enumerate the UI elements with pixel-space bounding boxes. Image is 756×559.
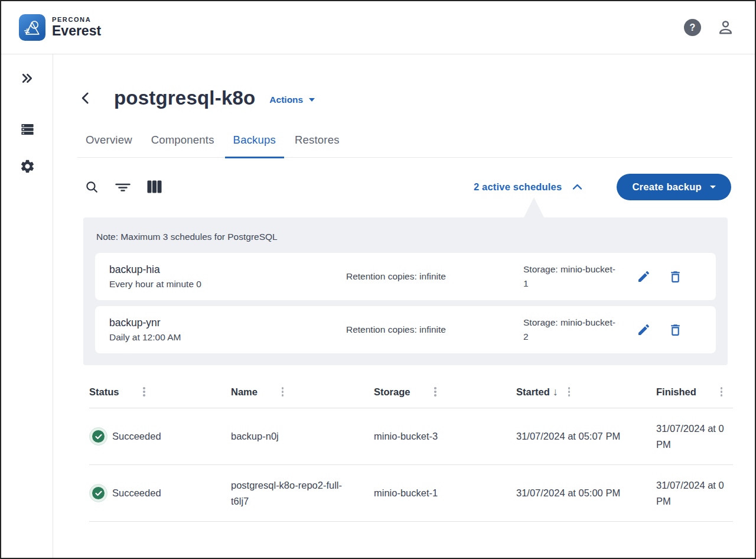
detail-tabs: Overview Components Backups Restores bbox=[77, 134, 732, 158]
backup-finished: 31/07/2024 at 0 PM bbox=[656, 477, 733, 509]
backup-storage: minio-bucket-1 bbox=[374, 485, 516, 501]
tab-backups[interactable]: Backups bbox=[225, 134, 284, 158]
table-header-row: Status Name Storage Started ↓ bbox=[89, 376, 733, 408]
filter-icon[interactable] bbox=[115, 180, 131, 193]
table-row[interactable]: Succeeded postgresql-k8o-repo2-full-t6lj… bbox=[89, 465, 733, 522]
panel-pointer bbox=[524, 197, 544, 217]
create-backup-label: Create backup bbox=[632, 181, 702, 193]
account-icon[interactable] bbox=[716, 18, 735, 37]
backup-name: postgresql-k8o-repo2-full-t6lj7 bbox=[231, 477, 352, 509]
schedule-storage: Storage: minio-bucket-2 bbox=[523, 316, 618, 344]
edit-schedule-icon[interactable] bbox=[637, 269, 651, 284]
actions-dropdown[interactable]: Actions bbox=[269, 95, 315, 105]
chevron-up-icon bbox=[572, 184, 582, 190]
schedule-cadence: Daily at 12:00 AM bbox=[109, 331, 346, 344]
backups-table: Status Name Storage Started ↓ bbox=[89, 376, 733, 522]
schedule-retention: Retention copies: infinite bbox=[346, 269, 523, 284]
column-menu-icon[interactable] bbox=[280, 385, 286, 398]
help-glyph: ? bbox=[690, 22, 696, 33]
sidebar-item-databases[interactable] bbox=[1, 121, 53, 137]
schedule-cadence: Every hour at minute 0 bbox=[109, 278, 346, 291]
actions-label: Actions bbox=[269, 95, 303, 105]
schedule-name: backup-ynr bbox=[109, 316, 346, 330]
column-label: Name bbox=[231, 386, 258, 398]
finished-line: 31/07/2024 at 0 bbox=[656, 421, 733, 437]
brand-percona-label: PERCONA bbox=[52, 16, 101, 23]
schedules-note: Note: Maximum 3 schedules for PostgreSQL bbox=[95, 230, 716, 243]
backup-finished: 31/07/2024 at 0 PM bbox=[656, 421, 733, 453]
brand-wordmark: PERCONA Everest bbox=[52, 16, 101, 38]
column-label: Storage bbox=[374, 386, 410, 398]
create-backup-button[interactable]: Create backup bbox=[617, 174, 731, 200]
percona-everest-window: PERCONA Everest ? bbox=[1, 1, 755, 558]
backups-toolbar: 2 active schedules Create backup bbox=[77, 174, 732, 200]
schedule-name: backup-hia bbox=[109, 262, 346, 277]
sort-desc-icon[interactable]: ↓ bbox=[553, 386, 558, 398]
active-schedules-label: 2 active schedules bbox=[474, 181, 562, 193]
schedule-card: backup-hia Every hour at minute 0 Retent… bbox=[95, 253, 716, 300]
schedule-retention: Retention copies: infinite bbox=[346, 323, 523, 337]
delete-schedule-icon[interactable] bbox=[668, 323, 683, 337]
column-header-storage: Storage bbox=[374, 385, 516, 398]
status-succeeded-icon bbox=[89, 484, 107, 502]
caret-down-icon bbox=[309, 98, 315, 102]
tab-overview[interactable]: Overview bbox=[77, 134, 141, 157]
top-bar: PERCONA Everest ? bbox=[1, 1, 755, 54]
columns-icon[interactable] bbox=[146, 180, 162, 194]
sidebar-expand-icon[interactable] bbox=[1, 71, 53, 86]
back-button[interactable] bbox=[77, 90, 94, 106]
page-title: postgresql-k8o bbox=[114, 87, 255, 109]
status-succeeded-icon bbox=[89, 427, 107, 446]
brand-everest-label: Everest bbox=[52, 24, 101, 38]
delete-schedule-icon[interactable] bbox=[668, 269, 683, 284]
active-schedules-toggle[interactable]: 2 active schedules bbox=[474, 181, 582, 193]
schedule-card: backup-ynr Daily at 12:00 AM Retention c… bbox=[95, 306, 716, 353]
status-label: Succeeded bbox=[112, 488, 161, 499]
schedule-storage: Storage: minio-bucket-1 bbox=[523, 262, 618, 291]
column-label: Started bbox=[516, 386, 550, 398]
backup-name: backup-n0j bbox=[231, 428, 352, 444]
column-label: Finished bbox=[656, 386, 696, 398]
column-header-finished: Finished bbox=[656, 385, 733, 398]
caret-down-icon bbox=[710, 186, 716, 188]
column-header-name: Name bbox=[231, 385, 374, 398]
finished-line: PM bbox=[656, 437, 733, 453]
finished-line: 31/07/2024 at 0 bbox=[656, 477, 733, 493]
column-menu-icon[interactable] bbox=[719, 385, 725, 398]
left-sidebar bbox=[1, 54, 53, 558]
everest-logo-icon bbox=[19, 14, 45, 41]
edit-schedule-icon[interactable] bbox=[637, 323, 651, 337]
table-row[interactable]: Succeeded backup-n0j minio-bucket-3 31/0… bbox=[89, 408, 733, 465]
backup-storage: minio-bucket-3 bbox=[374, 428, 516, 444]
finished-line: PM bbox=[656, 493, 733, 509]
tab-restores[interactable]: Restores bbox=[286, 134, 348, 157]
help-icon[interactable]: ? bbox=[684, 19, 701, 36]
column-header-status: Status bbox=[89, 385, 231, 398]
backup-started: 31/07/2024 at 05:07 PM bbox=[516, 428, 625, 444]
column-header-started: Started ↓ bbox=[516, 385, 656, 398]
sidebar-item-settings[interactable] bbox=[1, 158, 53, 174]
status-label: Succeeded bbox=[112, 431, 161, 442]
column-label: Status bbox=[89, 386, 119, 398]
column-menu-icon[interactable] bbox=[566, 385, 572, 398]
column-menu-icon[interactable] bbox=[432, 385, 438, 398]
main-content: postgresql-k8o Actions Overview Componen… bbox=[53, 54, 755, 558]
search-icon[interactable] bbox=[84, 180, 99, 194]
column-menu-icon[interactable] bbox=[141, 385, 147, 398]
tab-components[interactable]: Components bbox=[143, 134, 223, 157]
backup-started: 31/07/2024 at 05:00 PM bbox=[516, 485, 625, 501]
schedules-panel: Note: Maximum 3 schedules for PostgreSQL… bbox=[83, 217, 728, 365]
